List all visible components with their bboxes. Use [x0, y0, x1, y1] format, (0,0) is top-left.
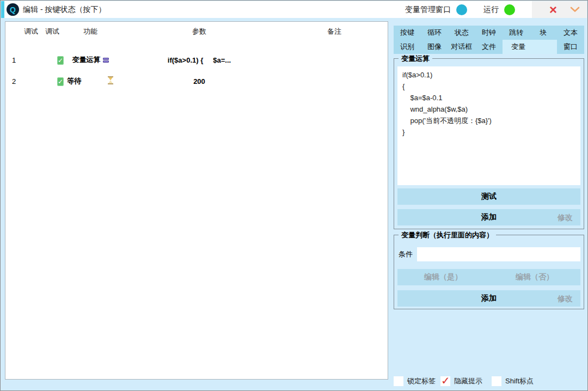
group-title: 变量运算	[399, 54, 432, 63]
edit-buttons-row: 编辑（是） 编辑（否）	[397, 269, 580, 285]
collapse-button[interactable]	[569, 4, 580, 15]
tab-dialog[interactable]: 对话框	[448, 40, 475, 54]
tab-variable[interactable]: 变量	[503, 40, 557, 54]
tab-jump[interactable]: 跳转	[503, 26, 530, 40]
variable-manager-indicator[interactable]	[456, 4, 467, 15]
tab-state[interactable]: 状态	[448, 26, 475, 40]
lock-label-option[interactable]: 锁定标签	[394, 376, 436, 386]
lock-label-text: 锁定标签	[407, 376, 436, 386]
variable-operation-group: 变量运算 if($a>0.1) { $a=$a-0.1 wnd_alpha($w…	[394, 58, 584, 229]
red-check-icon: ✓	[441, 374, 450, 387]
shift-punct-checkbox[interactable]	[492, 376, 501, 386]
hide-tip-option[interactable]: ✓ 隐藏提示	[440, 376, 482, 386]
hide-tip-text: 隐藏提示	[454, 376, 482, 386]
col-function: 功能	[63, 27, 118, 36]
table-row[interactable]: 1 ✓ 变量运算 if($a>0.1) { $a=...	[5, 39, 388, 52]
edit-yes-button[interactable]: 编辑（是）	[424, 272, 462, 282]
hourglass-icon	[83, 68, 113, 94]
tab-recognize[interactable]: 识别	[394, 40, 421, 54]
tab-window[interactable]: 窗口	[557, 40, 584, 54]
row-number: 1	[5, 56, 21, 64]
tab-image[interactable]: 图像	[421, 40, 448, 54]
editor-window: Q 编辑 - 按键状态（按下） 变量管理窗口 运行 × 调试 调试 功能 参	[0, 0, 588, 391]
param-preview: if($a>0.1) { $a=...	[118, 56, 281, 64]
add-button-label: 添加	[481, 212, 497, 222]
col-debug-1: 调试	[21, 27, 41, 36]
add-button[interactable]: 添加 修改	[397, 209, 580, 225]
run-indicator[interactable]	[504, 4, 515, 15]
tab-keys[interactable]: 按键	[394, 26, 421, 40]
group-title: 变量判断（执行里面的内容）	[399, 230, 496, 240]
app-logo-letter: Q	[10, 6, 16, 14]
tab-loop[interactable]: 循环	[421, 26, 448, 40]
step-table: 调试 调试 功能 参数 备注 1 ✓ 变量运算 if($a>0.1) { $a=…	[5, 21, 388, 380]
run-toggle[interactable]: 运行	[483, 1, 515, 18]
tab-block[interactable]: 块	[530, 26, 557, 40]
modify-button[interactable]: 修改	[558, 290, 573, 307]
col-debug-2: 调试	[41, 27, 63, 36]
category-tabs: 按键 循环 状态 时钟 跳转 块 文本 识别 图像 对话框 文件 变量 窗口	[394, 26, 584, 54]
condition-label: 条件	[399, 249, 413, 259]
variable-operation-code[interactable]: if($a>0.1) { $a=$a-0.1 wnd_alpha($w,$a) …	[397, 66, 580, 185]
shift-punct-option[interactable]: Shift标点	[492, 376, 534, 386]
window-title: 编辑 - 按键状态（按下）	[23, 1, 106, 18]
add-button-label: 添加	[481, 294, 497, 303]
app-logo-icon: Q	[7, 3, 19, 16]
variable-manager-toggle[interactable]: 变量管理窗口	[405, 1, 467, 18]
step-table-header: 调试 调试 功能 参数 备注	[5, 25, 388, 39]
condition-row: 条件	[399, 247, 580, 261]
add-button[interactable]: 添加 修改	[397, 290, 580, 307]
variable-judge-group: 变量判断（执行里面的内容） 条件 编辑（是） 编辑（否） 添加 修改	[394, 235, 584, 309]
test-button[interactable]: 测试	[397, 188, 580, 205]
param-preview: 200	[118, 77, 281, 85]
tab-file[interactable]: 文件	[475, 40, 503, 54]
titlebar: Q 编辑 - 按键状态（按下） 变量管理窗口 运行 ×	[1, 1, 587, 18]
close-button[interactable]: ×	[548, 4, 559, 15]
hide-tip-checkbox[interactable]: ✓	[440, 376, 450, 386]
tab-text[interactable]: 文本	[557, 26, 584, 40]
footer-options: 锁定标签 ✓ 隐藏提示 Shift标点	[394, 375, 584, 387]
col-note: 备注	[281, 27, 388, 36]
chevron-down-icon	[570, 7, 580, 13]
col-params: 参数	[118, 27, 281, 36]
tab-clock[interactable]: 时钟	[475, 26, 503, 40]
run-label: 运行	[483, 5, 499, 15]
condition-input[interactable]	[417, 247, 580, 261]
edit-no-button[interactable]: 编辑（否）	[516, 272, 554, 282]
function-label: 等待	[67, 76, 81, 86]
variable-manager-label: 变量管理窗口	[405, 5, 451, 15]
row-number: 2	[5, 77, 21, 85]
shift-punct-text: Shift标点	[505, 376, 534, 386]
titlebar-accent	[1, 1, 4, 18]
lock-label-checkbox[interactable]	[394, 376, 403, 386]
modify-button[interactable]: 修改	[558, 209, 573, 225]
window-controls: ×	[532, 1, 587, 18]
